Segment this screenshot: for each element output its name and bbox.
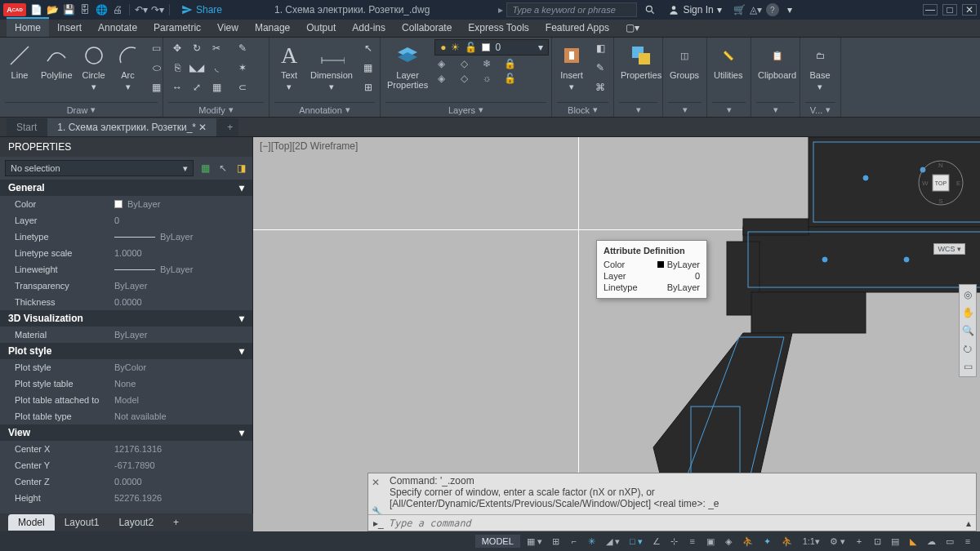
tab-layout2[interactable]: Layout2 xyxy=(109,514,163,531)
isolate-icon[interactable]: ◣ xyxy=(906,534,920,549)
command-input[interactable] xyxy=(389,518,961,529)
isodraft-icon[interactable]: ◢ ▾ xyxy=(603,534,623,549)
annoscale[interactable]: 1:1 ▾ xyxy=(800,534,823,549)
lwdisplay-icon[interactable]: ≡ xyxy=(685,534,700,549)
layiso-icon[interactable]: ◇ xyxy=(457,57,470,70)
panel-block-title[interactable]: Block ▾ xyxy=(557,102,608,117)
circle-button[interactable]: Circle▾ xyxy=(79,39,109,96)
saveas-icon[interactable]: 🗄 xyxy=(78,3,91,16)
tab-manage[interactable]: Manage xyxy=(247,19,298,37)
new-icon[interactable]: 📄 xyxy=(29,3,42,16)
groups-button[interactable]: ◫Groups xyxy=(668,39,701,83)
selcycle-icon[interactable]: ◈ xyxy=(721,534,736,549)
showmotion-icon[interactable]: ▭ xyxy=(961,360,974,373)
pickadd-icon[interactable]: ↖ xyxy=(216,162,229,175)
annovis-icon[interactable]: ✦ xyxy=(760,534,775,549)
annoauto-icon[interactable]: ⛹ xyxy=(778,534,796,549)
cart-icon[interactable]: 🛒 xyxy=(733,3,746,16)
erase-icon[interactable]: ✎ xyxy=(234,39,252,57)
ortho-icon[interactable]: ⌐ xyxy=(567,534,581,549)
tab-insert[interactable]: Insert xyxy=(49,19,90,37)
tab-output[interactable]: Output xyxy=(298,19,344,37)
trim-icon[interactable]: ✂ xyxy=(207,39,225,57)
attr-icon[interactable]: ⌘ xyxy=(591,78,609,96)
save-icon[interactable]: 💾 xyxy=(62,3,75,16)
plot-icon[interactable]: 🖨 xyxy=(111,3,124,16)
laythw-icon[interactable]: ☼ xyxy=(480,72,493,85)
search-icon[interactable] xyxy=(644,3,657,16)
line-button[interactable]: Line xyxy=(5,39,34,83)
drawing-canvas[interactable]: [−][Top][2D Wireframe] — ▣ ✕ xyxy=(253,137,980,531)
panel-view-title[interactable]: V... ▾ xyxy=(805,102,835,117)
grid-icon[interactable]: ▦ ▾ xyxy=(523,534,546,549)
section-view[interactable]: View▾ xyxy=(0,424,252,441)
web-icon[interactable]: 🌐 xyxy=(95,3,108,16)
base-button[interactable]: 🗀Base▾ xyxy=(805,39,835,96)
viewcube[interactable]: N S W E TOP xyxy=(918,160,964,206)
maximize-button[interactable]: □ xyxy=(942,4,957,16)
osnap-icon[interactable]: □ ▾ xyxy=(626,534,646,549)
minimize-button[interactable]: — xyxy=(923,4,938,16)
open-icon[interactable]: 📂 xyxy=(46,3,59,16)
section-plot[interactable]: Plot style▾ xyxy=(0,343,252,359)
tab-featuredapps[interactable]: Featured Apps xyxy=(537,19,617,37)
layerprops-button[interactable]: Layer Properties xyxy=(385,39,430,93)
panel-modify-title[interactable]: Modify ▾ xyxy=(168,102,264,117)
panel-layers-title[interactable]: Layers ▾ xyxy=(385,102,546,117)
tab-model[interactable]: Model xyxy=(8,514,55,531)
layuniso-icon[interactable]: ◇ xyxy=(457,72,470,85)
search-input[interactable]: Type a keyword or phrase xyxy=(506,2,637,17)
layer-selector[interactable]: ●☀🔓0▾ xyxy=(434,39,549,56)
offset-icon[interactable]: ⊂ xyxy=(234,78,252,96)
create-icon[interactable]: ◧ xyxy=(591,39,609,57)
array-icon[interactable]: ▦ xyxy=(207,78,225,96)
wcs-label[interactable]: WCS ▾ xyxy=(933,243,965,255)
leader-icon[interactable]: ↖ xyxy=(359,39,377,57)
table-icon[interactable]: ▦ xyxy=(359,59,377,77)
section-3dviz[interactable]: 3D Visualization▾ xyxy=(0,310,252,327)
move-icon[interactable]: ✥ xyxy=(168,39,186,57)
tab-collaborate[interactable]: Collaborate xyxy=(394,19,460,37)
layfrz-icon[interactable]: ❄ xyxy=(480,57,493,70)
pan-icon[interactable]: ✋ xyxy=(961,306,974,319)
stretch-icon[interactable]: ↔ xyxy=(168,78,186,96)
tab-layout1[interactable]: Layout1 xyxy=(55,514,109,531)
tab-view[interactable]: View xyxy=(209,19,247,37)
panel-draw-title[interactable]: Draw ▾ xyxy=(5,102,158,117)
utilities-button[interactable]: 📏Utilities xyxy=(712,39,744,83)
orbit-icon[interactable]: ⭮ xyxy=(961,342,974,355)
share-button[interactable]: Share xyxy=(181,4,222,16)
dimension-button[interactable]: Dimension▾ xyxy=(309,39,354,96)
tab-add-layout[interactable]: + xyxy=(163,514,189,531)
section-general[interactable]: General▾ xyxy=(0,180,252,196)
annoscale-person-icon[interactable]: ⛹ xyxy=(739,534,757,549)
rotate-icon[interactable]: ↻ xyxy=(188,39,206,57)
polyline-button[interactable]: Polyline xyxy=(39,39,74,83)
3dosnap-icon[interactable]: ∠ xyxy=(649,534,664,549)
copy-icon[interactable]: ⎘ xyxy=(168,59,186,77)
close-button[interactable]: ✕ xyxy=(962,4,977,16)
snap-icon[interactable]: ⊞ xyxy=(549,534,564,549)
polar-icon[interactable]: ✳ xyxy=(585,534,599,549)
tab-current-doc[interactable]: 1. Схема электрики. Розетки_* ✕ xyxy=(47,118,217,136)
select-icon[interactable]: ◨ xyxy=(234,162,247,175)
clipboard-button[interactable]: 📋Clipboard xyxy=(756,39,798,83)
otrack-icon[interactable]: ⊹ xyxy=(667,534,682,549)
explode-icon[interactable]: ✶ xyxy=(234,59,252,77)
text-button[interactable]: AText▾ xyxy=(274,39,304,96)
mirror-icon[interactable]: ◣◢ xyxy=(188,59,206,77)
edit-icon[interactable]: ✎ xyxy=(591,59,609,77)
transparency-icon[interactable]: ▣ xyxy=(703,534,718,549)
cmd-close-icon[interactable]: ✕ xyxy=(372,477,380,488)
signin-button[interactable]: Sign In ▾ xyxy=(668,4,721,16)
fillet-icon[interactable]: ◟ xyxy=(207,59,225,77)
ribbon-toggle[interactable]: ▢▾ xyxy=(617,19,648,37)
annomonitor-icon[interactable]: + xyxy=(852,534,866,549)
tab-add[interactable]: + xyxy=(217,118,238,136)
scale-icon[interactable]: ⤢ xyxy=(188,78,206,96)
zoom-icon[interactable]: 🔍 xyxy=(961,324,974,337)
layoff-icon[interactable]: ◈ xyxy=(434,57,448,70)
layulk-icon[interactable]: 🔓 xyxy=(503,72,516,85)
help-icon[interactable]: ? xyxy=(766,3,779,16)
redo-icon[interactable]: ↷▾ xyxy=(151,3,164,16)
